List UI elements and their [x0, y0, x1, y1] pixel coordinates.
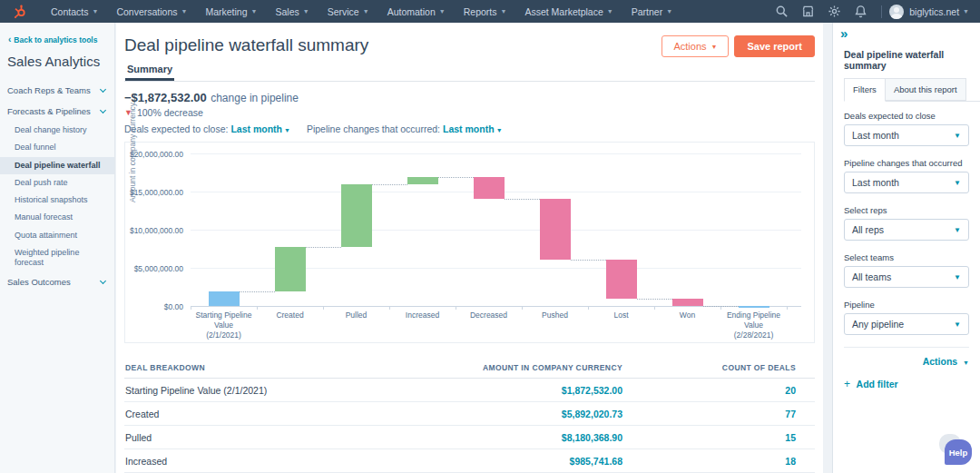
help-button[interactable]: Help — [945, 439, 972, 465]
actions-button[interactable]: Actions ▼ — [662, 35, 729, 57]
nav-item-marketing[interactable]: Marketing▼ — [196, 6, 266, 17]
table-row-pulled: Pulled$8,180,368.9015 — [124, 426, 815, 449]
bar-pulled[interactable] — [341, 184, 372, 247]
quick-filter-label: Deals expected to close: — [124, 123, 228, 134]
panel-actions-label: Actions — [923, 356, 958, 367]
bar-won[interactable] — [672, 299, 703, 306]
nav-item-sales[interactable]: Sales▼ — [266, 6, 318, 17]
bar-ending-pipeline-value-2-28-2021[interactable] — [739, 306, 769, 308]
sidebar-item-quota-attainment[interactable]: Quota attainment — [0, 227, 114, 244]
navbar-divider — [881, 5, 882, 18]
change-caption: change in pipeline — [211, 92, 299, 104]
nav-item-reports[interactable]: Reports▼ — [455, 6, 516, 17]
bar-increased[interactable] — [407, 177, 438, 184]
sidebar-item-historical-snapshots[interactable]: Historical snapshots — [0, 192, 114, 209]
quick-filter-value-dropdown[interactable]: Last month▼ — [230, 123, 290, 134]
panel-tab-about-this-report[interactable]: About this report — [886, 78, 966, 101]
nav-item-conversations[interactable]: Conversations▼ — [107, 6, 196, 17]
hubspot-logo-icon[interactable] — [13, 5, 27, 19]
actions-button-label: Actions — [673, 41, 706, 52]
quick-filters: Deals expected to close:Last month▼Pipel… — [124, 123, 815, 134]
row-label: Pulled — [125, 432, 405, 443]
quick-filter-value: Last month — [443, 123, 495, 134]
sidebar-section-sales-outcomes[interactable]: Sales Outcomes — [0, 271, 114, 292]
account-menu[interactable]: biglytics.net ▼ — [909, 6, 969, 17]
bar-pushed[interactable] — [540, 199, 571, 260]
chevron-down-icon: ▼ — [496, 127, 503, 133]
waterfall-connector — [240, 291, 275, 292]
panel-title: Deal pipeline waterfall summary — [844, 49, 969, 71]
collapse-panel-icon[interactable]: » — [840, 26, 980, 40]
field-select-select-teams[interactable]: All teams▼ — [844, 266, 969, 288]
back-to-analytics-link[interactable]: ‹ Back to analytics tools — [8, 34, 114, 44]
chevron-down-icon: ▼ — [954, 226, 961, 234]
settings-icon[interactable] — [828, 5, 841, 18]
column-header-amount[interactable]: AMOUNT IN COMPANY CURRENCY — [405, 363, 622, 372]
field-select-deals-expected-to-close[interactable]: Last month▼ — [844, 124, 969, 146]
y-tick-label: $20,000,000.00 — [127, 150, 183, 159]
row-count-link[interactable]: 15 — [622, 432, 796, 443]
row-count-link[interactable]: 77 — [622, 409, 796, 419]
sidebar-section-coach-reps-teams[interactable]: Coach Reps & Teams — [0, 80, 114, 101]
sidebar-section-forecasts-pipelines[interactable]: Forecasts & Pipelines — [0, 101, 114, 122]
quick-filter-value-dropdown[interactable]: Last month▼ — [443, 123, 503, 134]
field-select-select-reps[interactable]: All reps▼ — [844, 219, 969, 241]
navbar-utilities: biglytics.net ▼ — [769, 5, 969, 19]
tab-summary[interactable]: Summary — [125, 59, 174, 81]
bar-lost[interactable] — [606, 260, 637, 299]
panel-field-select-teams: Select teamsAll teams▼ — [844, 252, 969, 288]
marketplace-icon[interactable] — [801, 5, 815, 18]
bar-created[interactable] — [275, 247, 306, 291]
section-label: Coach Reps & Teams — [7, 85, 91, 95]
bar-decreased[interactable] — [474, 177, 505, 200]
sidebar-item-deal-pipeline-waterfall[interactable]: Deal pipeline waterfall — [0, 157, 114, 174]
waterfall-connector — [637, 299, 672, 300]
row-amount-link[interactable]: $5,892,020.73 — [405, 409, 622, 419]
bar-starting-pipeline-value-2-1-2021[interactable] — [209, 291, 240, 306]
nav-item-service[interactable]: Service▼ — [318, 6, 378, 17]
column-header-count[interactable]: COUNT OF DEALS — [622, 363, 796, 372]
plus-icon: + — [844, 378, 850, 390]
chevron-down-icon: ▼ — [363, 8, 369, 15]
nav-item-automation[interactable]: Automation▼ — [378, 6, 455, 17]
chevron-down-icon: ▼ — [303, 8, 309, 15]
waterfall-connector — [505, 199, 540, 200]
left-sidebar: ‹ Back to analytics tools Sales Analytic… — [0, 23, 115, 473]
save-report-button[interactable]: Save report — [734, 35, 815, 57]
chevron-down-icon: ▼ — [92, 8, 98, 15]
sidebar-title: Sales Analytics — [7, 54, 114, 69]
field-select-pipeline[interactable]: Any pipeline▼ — [844, 313, 969, 335]
sidebar-item-deal-push-rate[interactable]: Deal push rate — [0, 174, 114, 192]
quick-filter-label: Pipeline changes that occurred: — [307, 123, 440, 134]
column-header-deal-breakdown[interactable]: DEAL BREAKDOWN — [125, 363, 405, 372]
sidebar-item-deal-funnel[interactable]: Deal funnel — [0, 139, 114, 156]
row-amount-link[interactable]: $1,872,532.00 — [405, 385, 622, 396]
user-avatar[interactable] — [889, 5, 904, 19]
nav-item-partner[interactable]: Partner▼ — [622, 6, 681, 17]
chevron-down-icon: ▼ — [954, 273, 961, 281]
sidebar-sections: Coach Reps & TeamsForecasts & PipelinesD… — [0, 80, 114, 292]
search-icon[interactable] — [775, 5, 789, 18]
row-amount-link[interactable]: $985,741.68 — [405, 456, 622, 467]
nav-item-asset-marketplace[interactable]: Asset Marketplace▼ — [515, 6, 622, 17]
row-amount-link[interactable]: $8,180,368.90 — [405, 432, 622, 443]
x-axis-tick — [389, 306, 390, 310]
field-label: Pipeline — [844, 300, 969, 310]
row-count-link[interactable]: 20 — [622, 385, 796, 396]
nav-item-contacts[interactable]: Contacts▼ — [42, 6, 107, 17]
add-filter-link[interactable]: + Add filter — [844, 378, 969, 390]
x-axis-tick — [787, 306, 788, 310]
filters-panel: » Deal pipeline waterfall summary Filter… — [832, 23, 980, 473]
panel-fields: Deals expected to closeLast month▼Pipeli… — [833, 102, 980, 335]
field-select-pipeline-changes-that-occurred[interactable]: Last month▼ — [844, 172, 969, 193]
notifications-icon[interactable] — [854, 5, 867, 18]
sidebar-item-manual-forecast[interactable]: Manual forecast — [0, 209, 114, 226]
sidebar-item-weighted-pipeline-forecast[interactable]: Weighted pipeline forecast — [0, 244, 114, 272]
chevron-down-icon: ▼ — [711, 44, 718, 50]
panel-actions-link[interactable]: Actions ▼ — [844, 347, 969, 367]
nav-item-label: Reports — [464, 6, 497, 17]
panel-tab-filters[interactable]: Filters — [844, 78, 886, 102]
row-count-link[interactable]: 18 — [622, 456, 796, 467]
section-label: Sales Outcomes — [7, 277, 71, 287]
sidebar-item-deal-change-history[interactable]: Deal change history — [0, 122, 114, 139]
